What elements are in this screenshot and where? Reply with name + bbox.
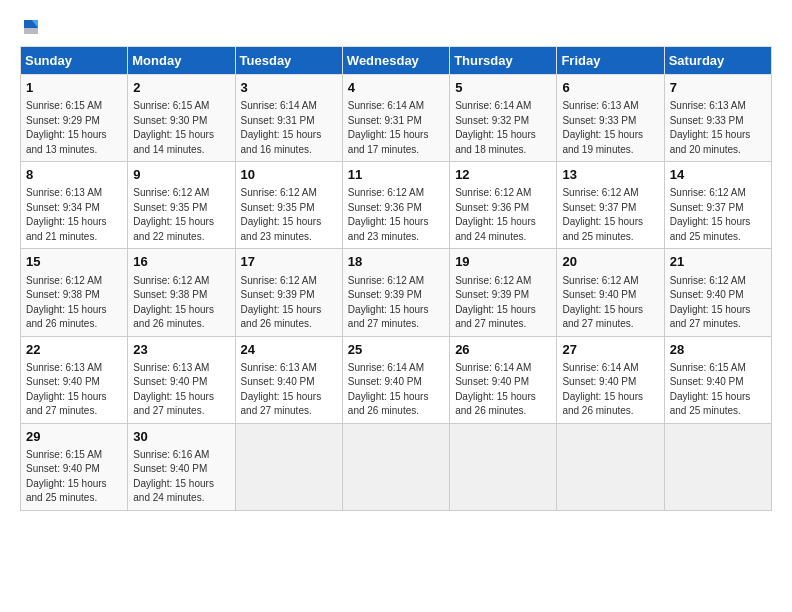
day-number: 18 <box>348 253 444 271</box>
day-number: 6 <box>562 79 658 97</box>
calendar-day-27: 27Sunrise: 6:14 AM Sunset: 9:40 PM Dayli… <box>557 336 664 423</box>
calendar-day-12: 12Sunrise: 6:12 AM Sunset: 9:36 PM Dayli… <box>450 162 557 249</box>
logo-flag-icon <box>22 18 40 36</box>
weekday-header-saturday: Saturday <box>664 47 771 75</box>
calendar-day-25: 25Sunrise: 6:14 AM Sunset: 9:40 PM Dayli… <box>342 336 449 423</box>
day-number: 8 <box>26 166 122 184</box>
calendar-header-row: SundayMondayTuesdayWednesdayThursdayFrid… <box>21 47 772 75</box>
calendar-day-2: 2Sunrise: 6:15 AM Sunset: 9:30 PM Daylig… <box>128 75 235 162</box>
calendar-day-5: 5Sunrise: 6:14 AM Sunset: 9:32 PM Daylig… <box>450 75 557 162</box>
day-number: 30 <box>133 428 229 446</box>
day-info: Sunrise: 6:15 AM Sunset: 9:29 PM Dayligh… <box>26 99 122 157</box>
day-number: 7 <box>670 79 766 97</box>
empty-cell <box>664 423 771 510</box>
calendar-table: SundayMondayTuesdayWednesdayThursdayFrid… <box>20 46 772 511</box>
day-info: Sunrise: 6:12 AM Sunset: 9:35 PM Dayligh… <box>133 186 229 244</box>
svg-marker-1 <box>24 28 38 34</box>
day-info: Sunrise: 6:12 AM Sunset: 9:38 PM Dayligh… <box>133 274 229 332</box>
day-info: Sunrise: 6:16 AM Sunset: 9:40 PM Dayligh… <box>133 448 229 506</box>
weekday-header-friday: Friday <box>557 47 664 75</box>
calendar-day-26: 26Sunrise: 6:14 AM Sunset: 9:40 PM Dayli… <box>450 336 557 423</box>
logo <box>20 20 40 36</box>
day-number: 15 <box>26 253 122 271</box>
calendar-day-30: 30Sunrise: 6:16 AM Sunset: 9:40 PM Dayli… <box>128 423 235 510</box>
day-number: 20 <box>562 253 658 271</box>
day-info: Sunrise: 6:13 AM Sunset: 9:33 PM Dayligh… <box>562 99 658 157</box>
day-info: Sunrise: 6:12 AM Sunset: 9:36 PM Dayligh… <box>348 186 444 244</box>
calendar-body: 1Sunrise: 6:15 AM Sunset: 9:29 PM Daylig… <box>21 75 772 511</box>
day-info: Sunrise: 6:13 AM Sunset: 9:34 PM Dayligh… <box>26 186 122 244</box>
day-number: 29 <box>26 428 122 446</box>
calendar-day-3: 3Sunrise: 6:14 AM Sunset: 9:31 PM Daylig… <box>235 75 342 162</box>
day-number: 23 <box>133 341 229 359</box>
day-number: 9 <box>133 166 229 184</box>
day-info: Sunrise: 6:12 AM Sunset: 9:40 PM Dayligh… <box>562 274 658 332</box>
day-info: Sunrise: 6:12 AM Sunset: 9:35 PM Dayligh… <box>241 186 337 244</box>
day-number: 4 <box>348 79 444 97</box>
day-info: Sunrise: 6:12 AM Sunset: 9:36 PM Dayligh… <box>455 186 551 244</box>
day-number: 1 <box>26 79 122 97</box>
weekday-header-tuesday: Tuesday <box>235 47 342 75</box>
page-header <box>20 20 772 36</box>
day-info: Sunrise: 6:15 AM Sunset: 9:30 PM Dayligh… <box>133 99 229 157</box>
day-number: 3 <box>241 79 337 97</box>
calendar-day-8: 8Sunrise: 6:13 AM Sunset: 9:34 PM Daylig… <box>21 162 128 249</box>
day-info: Sunrise: 6:14 AM Sunset: 9:40 PM Dayligh… <box>455 361 551 419</box>
day-info: Sunrise: 6:14 AM Sunset: 9:31 PM Dayligh… <box>348 99 444 157</box>
day-info: Sunrise: 6:14 AM Sunset: 9:32 PM Dayligh… <box>455 99 551 157</box>
day-info: Sunrise: 6:12 AM Sunset: 9:40 PM Dayligh… <box>670 274 766 332</box>
calendar-day-21: 21Sunrise: 6:12 AM Sunset: 9:40 PM Dayli… <box>664 249 771 336</box>
calendar-day-16: 16Sunrise: 6:12 AM Sunset: 9:38 PM Dayli… <box>128 249 235 336</box>
calendar-day-28: 28Sunrise: 6:15 AM Sunset: 9:40 PM Dayli… <box>664 336 771 423</box>
day-number: 16 <box>133 253 229 271</box>
empty-cell <box>235 423 342 510</box>
calendar-day-23: 23Sunrise: 6:13 AM Sunset: 9:40 PM Dayli… <box>128 336 235 423</box>
day-number: 19 <box>455 253 551 271</box>
calendar-day-18: 18Sunrise: 6:12 AM Sunset: 9:39 PM Dayli… <box>342 249 449 336</box>
day-number: 2 <box>133 79 229 97</box>
calendar-week-row: 15Sunrise: 6:12 AM Sunset: 9:38 PM Dayli… <box>21 249 772 336</box>
day-info: Sunrise: 6:13 AM Sunset: 9:33 PM Dayligh… <box>670 99 766 157</box>
calendar-week-row: 29Sunrise: 6:15 AM Sunset: 9:40 PM Dayli… <box>21 423 772 510</box>
day-info: Sunrise: 6:15 AM Sunset: 9:40 PM Dayligh… <box>26 448 122 506</box>
calendar-day-24: 24Sunrise: 6:13 AM Sunset: 9:40 PM Dayli… <box>235 336 342 423</box>
calendar-week-row: 1Sunrise: 6:15 AM Sunset: 9:29 PM Daylig… <box>21 75 772 162</box>
calendar-day-10: 10Sunrise: 6:12 AM Sunset: 9:35 PM Dayli… <box>235 162 342 249</box>
day-info: Sunrise: 6:14 AM Sunset: 9:40 PM Dayligh… <box>348 361 444 419</box>
day-info: Sunrise: 6:12 AM Sunset: 9:39 PM Dayligh… <box>455 274 551 332</box>
calendar-day-6: 6Sunrise: 6:13 AM Sunset: 9:33 PM Daylig… <box>557 75 664 162</box>
day-info: Sunrise: 6:12 AM Sunset: 9:39 PM Dayligh… <box>348 274 444 332</box>
empty-cell <box>557 423 664 510</box>
calendar-day-9: 9Sunrise: 6:12 AM Sunset: 9:35 PM Daylig… <box>128 162 235 249</box>
calendar-week-row: 22Sunrise: 6:13 AM Sunset: 9:40 PM Dayli… <box>21 336 772 423</box>
day-info: Sunrise: 6:14 AM Sunset: 9:31 PM Dayligh… <box>241 99 337 157</box>
day-number: 17 <box>241 253 337 271</box>
calendar-day-7: 7Sunrise: 6:13 AM Sunset: 9:33 PM Daylig… <box>664 75 771 162</box>
weekday-header-sunday: Sunday <box>21 47 128 75</box>
calendar-day-1: 1Sunrise: 6:15 AM Sunset: 9:29 PM Daylig… <box>21 75 128 162</box>
empty-cell <box>342 423 449 510</box>
day-info: Sunrise: 6:13 AM Sunset: 9:40 PM Dayligh… <box>133 361 229 419</box>
day-number: 21 <box>670 253 766 271</box>
calendar-day-17: 17Sunrise: 6:12 AM Sunset: 9:39 PM Dayli… <box>235 249 342 336</box>
day-number: 5 <box>455 79 551 97</box>
day-number: 28 <box>670 341 766 359</box>
empty-cell <box>450 423 557 510</box>
day-info: Sunrise: 6:12 AM Sunset: 9:37 PM Dayligh… <box>670 186 766 244</box>
calendar-day-19: 19Sunrise: 6:12 AM Sunset: 9:39 PM Dayli… <box>450 249 557 336</box>
day-number: 11 <box>348 166 444 184</box>
calendar-day-11: 11Sunrise: 6:12 AM Sunset: 9:36 PM Dayli… <box>342 162 449 249</box>
day-info: Sunrise: 6:12 AM Sunset: 9:39 PM Dayligh… <box>241 274 337 332</box>
day-number: 13 <box>562 166 658 184</box>
calendar-day-29: 29Sunrise: 6:15 AM Sunset: 9:40 PM Dayli… <box>21 423 128 510</box>
calendar-day-14: 14Sunrise: 6:12 AM Sunset: 9:37 PM Dayli… <box>664 162 771 249</box>
day-info: Sunrise: 6:12 AM Sunset: 9:38 PM Dayligh… <box>26 274 122 332</box>
weekday-header-monday: Monday <box>128 47 235 75</box>
day-number: 10 <box>241 166 337 184</box>
calendar-day-15: 15Sunrise: 6:12 AM Sunset: 9:38 PM Dayli… <box>21 249 128 336</box>
weekday-header-wednesday: Wednesday <box>342 47 449 75</box>
day-info: Sunrise: 6:15 AM Sunset: 9:40 PM Dayligh… <box>670 361 766 419</box>
day-number: 14 <box>670 166 766 184</box>
day-info: Sunrise: 6:13 AM Sunset: 9:40 PM Dayligh… <box>241 361 337 419</box>
day-number: 24 <box>241 341 337 359</box>
